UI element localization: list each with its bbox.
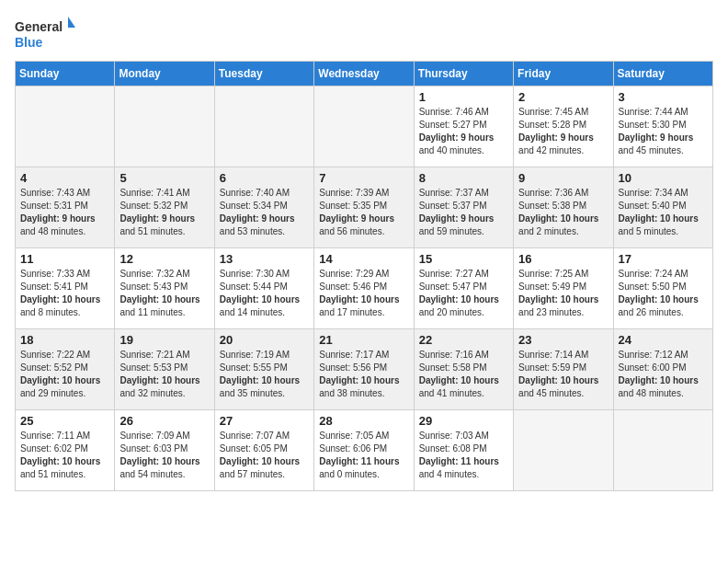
page-header: General Blue xyxy=(15,15,713,52)
calendar-cell: 14Sunrise: 7:29 AMSunset: 5:46 PMDayligh… xyxy=(314,248,414,329)
weekday-header-row: SundayMondayTuesdayWednesdayThursdayFrid… xyxy=(16,62,713,86)
calendar-cell: 2Sunrise: 7:45 AMSunset: 5:28 PMDaylight… xyxy=(514,86,613,167)
day-number: 7 xyxy=(319,171,408,185)
day-info: Sunrise: 7:03 AMSunset: 6:08 PMDaylight:… xyxy=(419,430,508,481)
calendar-cell: 4Sunrise: 7:43 AMSunset: 5:31 PMDaylight… xyxy=(16,167,115,248)
day-info: Sunrise: 7:39 AMSunset: 5:35 PMDaylight:… xyxy=(319,187,408,238)
day-info: Sunrise: 7:12 AMSunset: 6:00 PMDaylight:… xyxy=(619,349,708,400)
day-info: Sunrise: 7:44 AMSunset: 5:30 PMDaylight:… xyxy=(619,106,708,157)
calendar-week-row: 11Sunrise: 7:33 AMSunset: 5:41 PMDayligh… xyxy=(16,248,713,329)
logo: General Blue xyxy=(15,15,79,52)
calendar-cell: 8Sunrise: 7:37 AMSunset: 5:37 PMDaylight… xyxy=(414,167,513,248)
day-number: 11 xyxy=(20,252,109,266)
day-info: Sunrise: 7:32 AMSunset: 5:43 PMDaylight:… xyxy=(119,268,209,319)
calendar-week-row: 25Sunrise: 7:11 AMSunset: 6:02 PMDayligh… xyxy=(16,410,713,491)
calendar-cell: 12Sunrise: 7:32 AMSunset: 5:43 PMDayligh… xyxy=(115,248,214,329)
calendar-cell: 25Sunrise: 7:11 AMSunset: 6:02 PMDayligh… xyxy=(16,410,115,491)
calendar-week-row: 18Sunrise: 7:22 AMSunset: 5:52 PMDayligh… xyxy=(16,329,713,410)
day-number: 6 xyxy=(220,171,309,185)
calendar-cell: 9Sunrise: 7:36 AMSunset: 5:38 PMDaylight… xyxy=(514,167,613,248)
calendar-cell: 10Sunrise: 7:34 AMSunset: 5:40 PMDayligh… xyxy=(613,167,712,248)
day-info: Sunrise: 7:17 AMSunset: 5:56 PMDaylight:… xyxy=(319,349,408,400)
day-info: Sunrise: 7:05 AMSunset: 6:06 PMDaylight:… xyxy=(319,430,408,481)
weekday-header-saturday: Saturday xyxy=(613,62,712,86)
day-info: Sunrise: 7:30 AMSunset: 5:44 PMDaylight:… xyxy=(220,268,309,319)
weekday-header-thursday: Thursday xyxy=(414,62,513,86)
day-info: Sunrise: 7:46 AMSunset: 5:27 PMDaylight:… xyxy=(419,106,508,157)
day-number: 18 xyxy=(20,333,109,347)
day-number: 1 xyxy=(419,90,508,104)
day-info: Sunrise: 7:43 AMSunset: 5:31 PMDaylight:… xyxy=(20,187,109,238)
day-number: 4 xyxy=(20,171,109,185)
calendar-cell: 15Sunrise: 7:27 AMSunset: 5:47 PMDayligh… xyxy=(414,248,513,329)
calendar-cell: 5Sunrise: 7:41 AMSunset: 5:32 PMDaylight… xyxy=(115,167,214,248)
day-info: Sunrise: 7:07 AMSunset: 6:05 PMDaylight:… xyxy=(220,430,309,481)
day-number: 17 xyxy=(619,252,708,266)
day-info: Sunrise: 7:27 AMSunset: 5:47 PMDaylight:… xyxy=(419,268,508,319)
calendar-cell: 23Sunrise: 7:14 AMSunset: 5:59 PMDayligh… xyxy=(514,329,613,410)
svg-text:General: General xyxy=(15,19,63,34)
day-number: 2 xyxy=(518,90,608,104)
calendar-cell: 24Sunrise: 7:12 AMSunset: 6:00 PMDayligh… xyxy=(613,329,712,410)
svg-text:Blue: Blue xyxy=(15,35,43,50)
weekday-header-wednesday: Wednesday xyxy=(314,62,414,86)
calendar-cell: 6Sunrise: 7:40 AMSunset: 5:34 PMDaylight… xyxy=(214,167,313,248)
day-number: 10 xyxy=(619,171,708,185)
day-info: Sunrise: 7:33 AMSunset: 5:41 PMDaylight:… xyxy=(20,268,109,319)
calendar-cell xyxy=(16,86,115,167)
calendar-cell: 21Sunrise: 7:17 AMSunset: 5:56 PMDayligh… xyxy=(314,329,414,410)
calendar-cell: 17Sunrise: 7:24 AMSunset: 5:50 PMDayligh… xyxy=(613,248,712,329)
day-number: 25 xyxy=(20,414,109,428)
day-number: 20 xyxy=(220,333,309,347)
calendar-cell: 22Sunrise: 7:16 AMSunset: 5:58 PMDayligh… xyxy=(414,329,513,410)
day-number: 28 xyxy=(319,414,408,428)
calendar-cell: 29Sunrise: 7:03 AMSunset: 6:08 PMDayligh… xyxy=(414,410,513,491)
calendar-cell: 3Sunrise: 7:44 AMSunset: 5:30 PMDaylight… xyxy=(613,86,712,167)
calendar-cell: 19Sunrise: 7:21 AMSunset: 5:53 PMDayligh… xyxy=(115,329,214,410)
calendar-cell: 7Sunrise: 7:39 AMSunset: 5:35 PMDaylight… xyxy=(314,167,414,248)
calendar-week-row: 4Sunrise: 7:43 AMSunset: 5:31 PMDaylight… xyxy=(16,167,713,248)
calendar-cell xyxy=(214,86,313,167)
weekday-header-monday: Monday xyxy=(115,62,214,86)
day-number: 13 xyxy=(220,252,309,266)
day-info: Sunrise: 7:37 AMSunset: 5:37 PMDaylight:… xyxy=(419,187,508,238)
day-info: Sunrise: 7:11 AMSunset: 6:02 PMDaylight:… xyxy=(20,430,109,481)
calendar-cell: 28Sunrise: 7:05 AMSunset: 6:06 PMDayligh… xyxy=(314,410,414,491)
day-info: Sunrise: 7:14 AMSunset: 5:59 PMDaylight:… xyxy=(518,349,608,400)
day-number: 26 xyxy=(119,414,209,428)
calendar-cell: 18Sunrise: 7:22 AMSunset: 5:52 PMDayligh… xyxy=(16,329,115,410)
calendar-cell xyxy=(314,86,414,167)
day-info: Sunrise: 7:34 AMSunset: 5:40 PMDaylight:… xyxy=(619,187,708,238)
day-number: 23 xyxy=(518,333,608,347)
day-info: Sunrise: 7:36 AMSunset: 5:38 PMDaylight:… xyxy=(518,187,608,238)
calendar-cell: 13Sunrise: 7:30 AMSunset: 5:44 PMDayligh… xyxy=(214,248,313,329)
day-info: Sunrise: 7:29 AMSunset: 5:46 PMDaylight:… xyxy=(319,268,408,319)
calendar-cell: 26Sunrise: 7:09 AMSunset: 6:03 PMDayligh… xyxy=(115,410,214,491)
day-info: Sunrise: 7:16 AMSunset: 5:58 PMDaylight:… xyxy=(419,349,508,400)
day-number: 16 xyxy=(518,252,608,266)
day-info: Sunrise: 7:22 AMSunset: 5:52 PMDaylight:… xyxy=(20,349,109,400)
day-number: 22 xyxy=(419,333,508,347)
day-info: Sunrise: 7:40 AMSunset: 5:34 PMDaylight:… xyxy=(220,187,309,238)
day-number: 21 xyxy=(319,333,408,347)
calendar-cell: 20Sunrise: 7:19 AMSunset: 5:55 PMDayligh… xyxy=(214,329,313,410)
day-number: 5 xyxy=(119,171,209,185)
day-number: 12 xyxy=(119,252,209,266)
day-number: 15 xyxy=(419,252,508,266)
day-info: Sunrise: 7:25 AMSunset: 5:49 PMDaylight:… xyxy=(518,268,608,319)
weekday-header-sunday: Sunday xyxy=(16,62,115,86)
day-info: Sunrise: 7:21 AMSunset: 5:53 PMDaylight:… xyxy=(119,349,209,400)
logo-svg: General Blue xyxy=(15,15,79,52)
day-number: 27 xyxy=(220,414,309,428)
weekday-header-tuesday: Tuesday xyxy=(214,62,313,86)
svg-marker-2 xyxy=(68,17,75,28)
day-number: 14 xyxy=(319,252,408,266)
calendar-week-row: 1Sunrise: 7:46 AMSunset: 5:27 PMDaylight… xyxy=(16,86,713,167)
day-number: 19 xyxy=(119,333,209,347)
day-info: Sunrise: 7:09 AMSunset: 6:03 PMDaylight:… xyxy=(119,430,209,481)
calendar-cell: 1Sunrise: 7:46 AMSunset: 5:27 PMDaylight… xyxy=(414,86,513,167)
calendar-cell: 27Sunrise: 7:07 AMSunset: 6:05 PMDayligh… xyxy=(214,410,313,491)
weekday-header-friday: Friday xyxy=(514,62,613,86)
day-number: 24 xyxy=(619,333,708,347)
calendar-cell: 16Sunrise: 7:25 AMSunset: 5:49 PMDayligh… xyxy=(514,248,613,329)
